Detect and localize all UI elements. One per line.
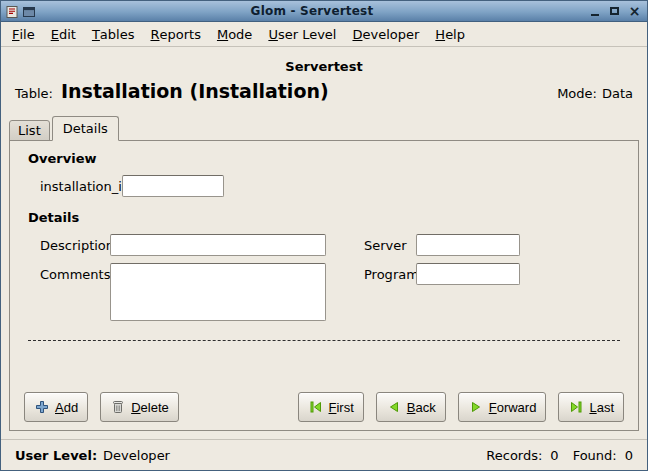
installation-id-input[interactable] <box>122 175 224 197</box>
go-first-icon <box>308 399 324 415</box>
minimize-icon <box>591 14 599 16</box>
trash-icon <box>110 399 126 415</box>
delete-button-label: Delete <box>131 400 169 415</box>
user-level-value: Developer <box>103 448 170 463</box>
last-button[interactable]: Last <box>558 392 624 422</box>
window-title: Glom - Servertest <box>36 4 588 18</box>
go-last-icon <box>568 399 584 415</box>
details-page: Overview installation_id Details Descrip… <box>9 140 639 431</box>
program-label: Program <box>364 263 416 282</box>
forward-button-label: Forward <box>489 400 537 415</box>
description-input[interactable] <box>110 234 326 256</box>
forward-button[interactable]: Forward <box>458 392 547 422</box>
back-button-label: Back <box>407 400 436 415</box>
navigation-buttons: First Back <box>286 392 624 422</box>
server-label: Server <box>364 238 416 253</box>
table-title: Installation (Installation) <box>61 80 329 102</box>
maximize-button[interactable] <box>608 4 621 18</box>
details-heading: Details <box>28 210 628 225</box>
menubar: File Edit Tables Reports Mode User Level… <box>1 22 647 47</box>
record-counts: Records: 0 Found: 0 <box>486 448 633 463</box>
plus-icon <box>34 399 50 415</box>
go-forward-icon <box>468 399 484 415</box>
records-value: 0 <box>550 448 558 463</box>
server-input[interactable] <box>416 234 520 256</box>
back-button[interactable]: Back <box>376 392 446 422</box>
records-label: Records: <box>486 448 542 463</box>
table-header: Table: Installation (Installation) Mode:… <box>1 74 647 102</box>
notebook-tabs: List Details <box>1 116 647 141</box>
first-button-label: First <box>329 400 354 415</box>
comments-program-row: Comments Program <box>20 263 628 321</box>
menu-developer[interactable]: Developer <box>344 22 427 46</box>
go-back-icon <box>386 399 402 415</box>
description-label: Description <box>40 238 110 253</box>
portal-separator <box>28 340 620 341</box>
mode-label: Mode: <box>557 86 597 101</box>
database-name: Servertest <box>1 59 647 74</box>
user-level-label: User Level: <box>15 448 97 463</box>
close-icon: × <box>629 5 641 17</box>
main-content: Servertest Table: Installation (Installa… <box>1 47 647 439</box>
overview-heading: Overview <box>28 151 628 166</box>
last-button-label: Last <box>589 400 614 415</box>
comments-label: Comments <box>40 263 110 282</box>
tab-list[interactable]: List <box>9 120 50 141</box>
menu-tables[interactable]: Tables <box>84 22 143 46</box>
found-label: Found: <box>573 448 617 463</box>
maximize-icon <box>610 7 619 15</box>
installation-id-label: installation_id <box>40 179 122 194</box>
window-controls: × <box>588 4 643 18</box>
found-value: 0 <box>625 448 633 463</box>
mode-value: Data <box>602 86 633 101</box>
app-icon <box>22 4 36 18</box>
minimize-button[interactable] <box>588 4 601 18</box>
record-buttons-row: Add Delete <box>20 392 628 422</box>
titlebar-icons <box>5 4 36 18</box>
titlebar[interactable]: Glom - Servertest × <box>1 1 647 22</box>
menu-file[interactable]: File <box>4 22 43 46</box>
app-window: Glom - Servertest × File Edit Tables Rep… <box>0 0 648 471</box>
delete-button[interactable]: Delete <box>100 392 179 422</box>
statusbar: User Level: Developer Records: 0 Found: … <box>1 439 647 470</box>
menu-mode[interactable]: Mode <box>209 22 260 46</box>
add-button[interactable]: Add <box>24 392 88 422</box>
menu-help[interactable]: Help <box>427 22 473 46</box>
program-input[interactable] <box>416 263 520 285</box>
menu-reports[interactable]: Reports <box>142 22 208 46</box>
installation-id-row: installation_id <box>20 175 628 197</box>
edit-buttons: Add Delete <box>24 392 179 422</box>
description-server-row: Description Server <box>20 234 628 256</box>
tab-details[interactable]: Details <box>52 116 119 141</box>
menu-user-level[interactable]: User Level <box>260 22 344 46</box>
menu-edit[interactable]: Edit <box>43 22 84 46</box>
first-button[interactable]: First <box>298 392 364 422</box>
window-menu-icon[interactable] <box>5 4 19 18</box>
table-label: Table: <box>15 86 53 101</box>
add-button-label: Add <box>55 400 78 415</box>
comments-input[interactable] <box>110 263 326 321</box>
close-button[interactable]: × <box>628 4 641 18</box>
